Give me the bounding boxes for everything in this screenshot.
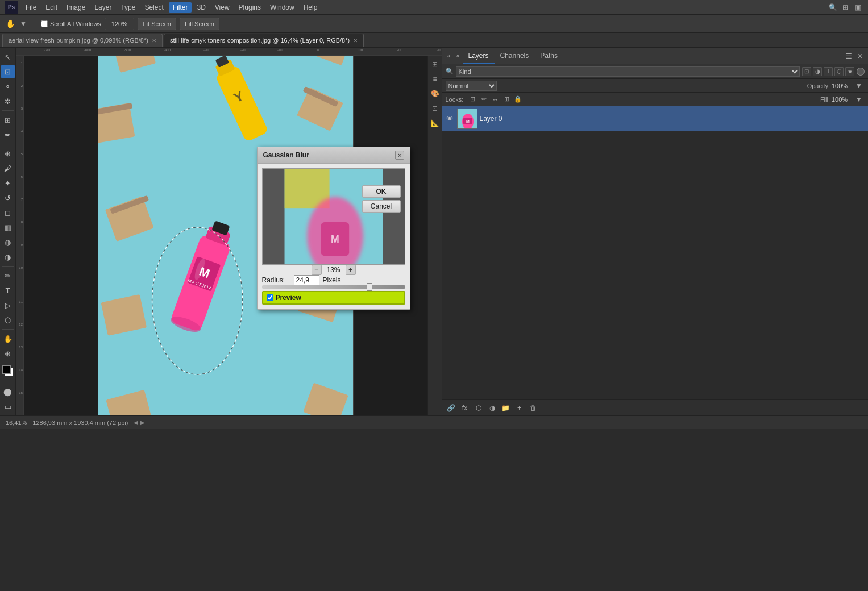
add-mask-icon[interactable]: ⬡ <box>473 402 484 414</box>
layer-0-item[interactable]: 👁 M Layer 0 <box>442 106 869 131</box>
screen-mode-tool[interactable]: ▭ <box>1 399 15 413</box>
new-layer-icon[interactable]: + <box>514 402 525 414</box>
tab-pumpkin[interactable]: aerial-view-fresh-pumpkin.jpg @ 0,098% (… <box>2 34 163 47</box>
path-tool[interactable]: ▷ <box>1 298 15 312</box>
scroll-all-windows-checkbox[interactable]: Scroll All Windows <box>41 20 101 27</box>
scroll-all-windows-input[interactable] <box>41 20 48 27</box>
tab-layers[interactable]: Layers <box>463 48 495 64</box>
selection-tool[interactable]: ⊡ <box>1 65 15 78</box>
radius-input[interactable] <box>294 275 319 285</box>
filter-shape-icon[interactable]: ⬡ <box>834 67 844 76</box>
right-icon-1[interactable]: ⊞ <box>429 58 441 70</box>
lock-image-icon[interactable]: ✏ <box>479 95 488 104</box>
crop-tool[interactable]: ⊞ <box>1 113 15 127</box>
menu-image[interactable]: Image <box>63 2 89 13</box>
layers-list: 👁 M Layer 0 <box>442 106 869 399</box>
tab-pumpkin-close[interactable]: ✕ <box>152 38 156 44</box>
canvas-wrapper[interactable]: Y M MAGENTA <box>24 56 427 415</box>
menu-3d[interactable]: 3D <box>193 2 209 13</box>
lock-position-icon[interactable]: ↔ <box>491 95 500 104</box>
eraser-tool[interactable]: ◻ <box>1 206 15 219</box>
radius-slider-thumb[interactable] <box>367 283 372 291</box>
fill-screen-button[interactable]: Fill Screen <box>180 18 219 30</box>
zoom-in-button[interactable]: + <box>346 265 356 275</box>
layer-visibility-toggle[interactable]: 👁 <box>446 114 455 123</box>
dialog-close-button[interactable]: ✕ <box>395 151 404 160</box>
menu-view[interactable]: View <box>211 2 234 13</box>
preview-checkbox[interactable] <box>267 294 273 301</box>
dodge-tool[interactable]: ◑ <box>1 250 15 264</box>
filter-pixel-icon[interactable]: ⊡ <box>802 67 811 76</box>
menu-type[interactable]: Type <box>117 2 139 13</box>
menu-layer[interactable]: Layer <box>90 2 115 13</box>
right-icon-3[interactable]: 🎨 <box>429 88 441 100</box>
arrange-icon[interactable]: ▣ <box>852 2 863 13</box>
menu-help[interactable]: Help <box>300 2 322 13</box>
filter-adjust-icon[interactable]: ◑ <box>813 67 822 76</box>
lasso-tool[interactable]: ⚬ <box>1 80 15 93</box>
move-tool[interactable]: ↖ <box>1 50 15 64</box>
filter-kind-select[interactable]: Kind <box>456 66 800 77</box>
lock-all-icon[interactable]: 🔒 <box>513 95 522 104</box>
menu-plugins[interactable]: Plugins <box>235 2 265 13</box>
ok-button[interactable]: OK <box>362 185 401 198</box>
stamp-tool[interactable]: ✦ <box>1 176 15 190</box>
filter-smart-icon[interactable]: ★ <box>845 67 854 76</box>
blend-mode-select[interactable]: Normal <box>446 81 497 91</box>
dialog-preview-image[interactable]: M <box>262 168 405 265</box>
fill-arrow[interactable]: ▼ <box>853 94 865 105</box>
menu-window[interactable]: Window <box>266 2 298 13</box>
new-fill-layer-icon[interactable]: ◑ <box>487 402 498 414</box>
lock-artboard-icon[interactable]: ⊞ <box>502 95 511 104</box>
menu-file[interactable]: File <box>22 2 40 13</box>
expand-button[interactable]: « <box>454 52 463 61</box>
ps-logo-text: Ps <box>8 4 15 10</box>
menu-edit[interactable]: Edit <box>41 2 61 13</box>
heal-tool[interactable]: ⊕ <box>1 147 15 160</box>
right-icon-4[interactable]: ⊡ <box>429 102 441 115</box>
brush-tool[interactable]: 🖌 <box>1 161 15 175</box>
eyedropper-tool[interactable]: ✒ <box>1 128 15 141</box>
zoom-tool[interactable]: ⊕ <box>1 347 15 360</box>
cancel-button[interactable]: Cancel <box>362 200 401 213</box>
prev-arrow[interactable]: ◀ <box>134 419 138 426</box>
opacity-arrow[interactable]: ▼ <box>853 80 865 91</box>
layer-effects-icon[interactable]: fx <box>459 402 471 414</box>
menu-filter[interactable]: Filter <box>169 2 192 13</box>
zoom-out-button[interactable]: − <box>312 265 322 275</box>
document-tabs: aerial-view-fresh-pumpkin.jpg @ 0,098% (… <box>0 33 868 48</box>
gradient-tool[interactable]: ▥ <box>1 220 15 234</box>
tab-toners-close[interactable]: ✕ <box>353 38 358 44</box>
menu-select[interactable]: Select <box>140 2 167 13</box>
foreground-color-swatch[interactable] <box>2 365 11 374</box>
tab-toners[interactable]: still-life-cmyk-toners-composition.jpg @… <box>164 34 364 47</box>
history-tool[interactable]: ↺ <box>1 191 15 205</box>
link-layers-icon[interactable]: 🔗 <box>446 402 457 414</box>
pen-tool[interactable]: ✏ <box>1 269 15 282</box>
text-tool[interactable]: T <box>1 284 15 297</box>
radius-slider-track[interactable] <box>262 285 405 289</box>
next-arrow[interactable]: ▶ <box>140 419 145 426</box>
right-icon-5[interactable]: 📐 <box>429 117 441 130</box>
tab-paths[interactable]: Paths <box>534 48 563 64</box>
workspace-icon[interactable]: ⊞ <box>840 2 851 13</box>
hand-tool[interactable]: ✋ <box>1 332 15 346</box>
quick-mask-tool[interactable]: ⬤ <box>1 385 15 398</box>
hand-dropdown-icon[interactable]: ▼ <box>18 18 29 30</box>
dialog-titlebar[interactable]: Gaussian Blur ✕ <box>258 147 410 164</box>
fit-screen-button[interactable]: Fit Screen <box>138 18 176 30</box>
lock-transparent-icon[interactable]: ⊡ <box>468 95 477 104</box>
filter-type-icon[interactable]: T <box>824 67 833 76</box>
search-icon[interactable]: 🔍 <box>827 2 838 13</box>
collapse-button[interactable]: « <box>445 52 454 61</box>
tab-channels[interactable]: Channels <box>495 48 535 64</box>
quick-select-tool[interactable]: ✲ <box>1 94 15 108</box>
blur-tool[interactable]: ◍ <box>1 235 15 249</box>
layers-panel-close[interactable]: ✕ <box>854 51 866 62</box>
filter-toggle[interactable] <box>857 68 865 76</box>
shape-tool[interactable]: ⬡ <box>1 313 15 327</box>
right-icon-2[interactable]: ≡ <box>429 73 441 85</box>
new-group-icon[interactable]: 📁 <box>500 402 512 414</box>
delete-layer-icon[interactable]: 🗑 <box>528 402 539 414</box>
layers-panel-menu[interactable]: ☰ <box>843 51 854 62</box>
